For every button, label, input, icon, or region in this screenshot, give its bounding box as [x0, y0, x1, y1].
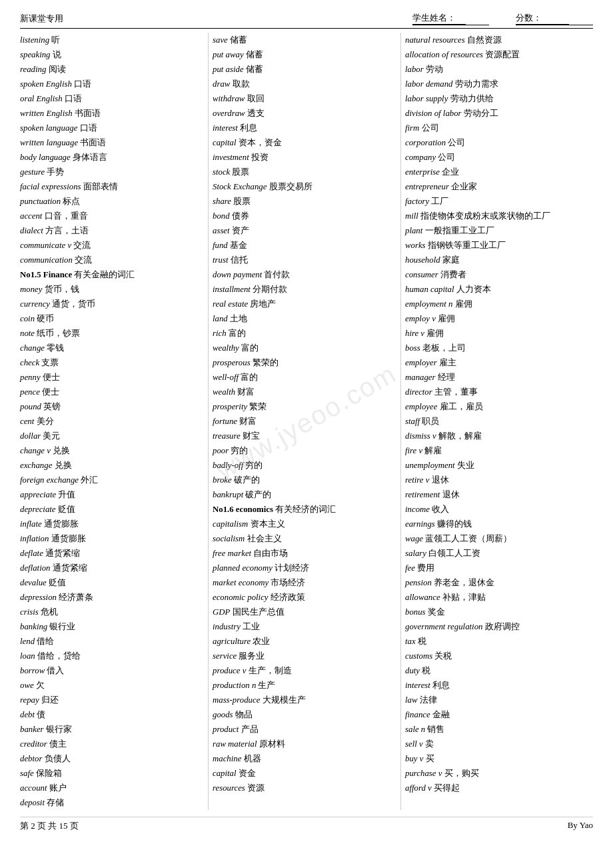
word-english: inflate: [20, 519, 42, 529]
word-english: employer: [405, 358, 437, 367]
word-english: withdraw: [213, 94, 245, 103]
word-chinese: 分期付款: [251, 285, 287, 294]
word-chinese: 计划经济: [273, 563, 309, 573]
word-chinese: 卖: [423, 739, 434, 749]
word-chinese: 消费者: [438, 270, 466, 279]
word-entry: tax 税: [405, 634, 589, 649]
word-entry: reading 阅读: [20, 62, 204, 77]
word-chinese: 工厂: [429, 197, 448, 206]
word-entry: sale n 销售: [405, 722, 589, 737]
word-entry: account 账户: [20, 781, 204, 795]
word-chinese: 美分: [34, 417, 53, 426]
word-chinese: 工业: [241, 622, 260, 631]
word-entry: director 主管，董事: [405, 385, 589, 399]
word-entry: repay 归还: [20, 693, 204, 707]
word-english: hire v: [405, 329, 424, 338]
word-english: employ v: [405, 314, 436, 323]
word-chinese: 一般指重工业工厂: [422, 226, 494, 235]
word-entry: salary 白领工人工资: [405, 546, 589, 561]
word-chinese: 口语: [63, 94, 82, 103]
word-entry: mass-produce 大规模生产: [213, 693, 396, 707]
word-english: cent: [20, 417, 34, 426]
word-chinese: 人力资本: [454, 285, 491, 294]
word-english: deposit: [20, 798, 45, 807]
word-english: bonus: [405, 607, 426, 617]
word-entry: interest 利息: [405, 678, 589, 693]
word-entry: devalue 贬值: [20, 575, 204, 590]
word-entry: dollar 美元: [20, 429, 204, 443]
word-english: overdraw: [213, 109, 245, 118]
word-chinese: 繁荣的: [251, 358, 279, 367]
word-english: duty: [405, 666, 420, 675]
word-english: service: [213, 651, 237, 661]
word-entry: retire v 退休: [405, 473, 589, 487]
word-entry: treasure 财宝: [213, 429, 396, 443]
word-english: natural resources: [405, 35, 465, 45]
word-chinese: 经济萧条: [57, 593, 93, 602]
word-english: creditor: [20, 739, 47, 749]
word-chinese: 金融: [430, 710, 450, 719]
word-english: punctuation: [20, 197, 61, 206]
word-entry: machine 机器: [213, 751, 396, 766]
word-chinese: 取款: [230, 79, 249, 89]
word-entry: wealthy 富的: [213, 341, 396, 355]
word-entry: inflation 通货膨胀: [20, 531, 204, 546]
word-entry: wage 蓝领工人工资（周薪）: [405, 531, 589, 546]
word-entry: creditor 债主: [20, 737, 204, 751]
word-chinese: 通货紧缩: [51, 563, 87, 573]
word-entry: labor demand 劳动力需求: [405, 77, 589, 91]
word-chinese: 税: [416, 637, 426, 646]
word-english: money: [20, 285, 42, 294]
word-english: consumer: [405, 270, 438, 279]
word-entry: fund 基金: [213, 238, 396, 253]
word-english: pound: [20, 402, 41, 411]
word-entry: share 股票: [213, 194, 396, 209]
word-english: wealth: [213, 387, 235, 397]
word-chinese: 面部表情: [81, 182, 118, 191]
word-english: capital: [213, 138, 237, 147]
word-chinese: 便士: [41, 373, 60, 382]
word-entry: communication 交流: [20, 253, 204, 267]
word-chinese: 英镑: [41, 402, 61, 411]
word-entry: owe 欠: [20, 678, 204, 693]
word-chinese: 书面语: [78, 138, 106, 147]
word-entry: accent 口音，重音: [20, 209, 204, 223]
word-english: speaking: [20, 50, 51, 59]
word-english: gesture: [20, 167, 45, 177]
word-chinese: 市场经济: [269, 578, 305, 587]
word-chinese: 通货紧缩: [43, 549, 80, 558]
word-entry: prosperity 繁荣: [213, 399, 396, 414]
page-footer: 第 2 页 共 15 页 By Yao: [20, 817, 593, 832]
word-chinese: 公司: [446, 138, 465, 147]
word-entry: labor supply 劳动力供给: [405, 91, 589, 106]
word-english: written English: [20, 109, 73, 118]
word-english: inflation: [20, 534, 49, 543]
word-chinese: 土地: [228, 314, 247, 323]
word-chinese: 政府调控: [482, 622, 519, 631]
word-english: banking: [20, 622, 47, 631]
word-chinese: 富的: [239, 343, 259, 353]
word-english: wealthy: [213, 343, 239, 353]
word-entry: production n 生产: [213, 678, 396, 693]
word-entry: asset 资产: [213, 223, 396, 238]
word-chinese: 主管，董事: [432, 387, 478, 397]
word-english: retirement: [405, 490, 440, 499]
word-chinese: 物品: [233, 710, 253, 719]
word-entry: employee 雇工，雇员: [405, 399, 589, 414]
word-english: pence: [20, 387, 40, 397]
word-english: check: [20, 358, 39, 367]
word-chinese: 收入: [430, 505, 449, 514]
word-entry: coin 硬币: [20, 311, 204, 326]
word-english: buy v: [405, 754, 423, 763]
word-entry: debt 债: [20, 707, 204, 722]
word-chinese: 社会主义: [245, 534, 281, 543]
word-entry: buy v 买: [405, 751, 589, 766]
word-chinese: 信托: [228, 255, 247, 265]
word-entry: broke 破产的: [213, 473, 396, 487]
word-chinese: 硬币: [35, 314, 54, 323]
word-chinese: 保险箱: [34, 769, 62, 778]
word-chinese: 资本，资金: [237, 138, 282, 147]
word-entry: check 支票: [20, 355, 204, 370]
word-entry: staff 职员: [405, 414, 589, 429]
word-english: raw material: [213, 739, 257, 749]
